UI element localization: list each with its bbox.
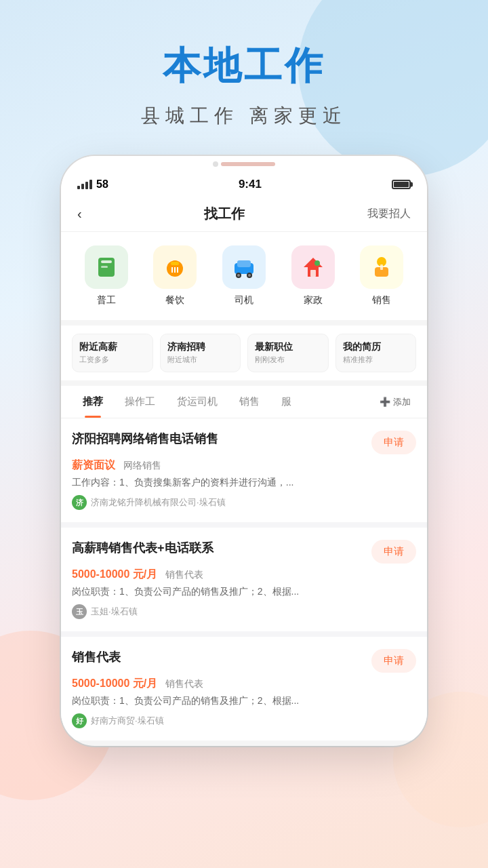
driver-icon — [222, 245, 266, 289]
company-name-2: 玉姐·垛石镇 — [91, 606, 138, 618]
phone-wrapper: 58 9:41 ‹ 找工作 我要招人 — [0, 156, 488, 746]
category-food[interactable]: 餐饮 — [153, 245, 197, 307]
quick-link-latest-title: 最新职位 — [255, 341, 321, 353]
food-icon — [153, 245, 197, 289]
job-title-3: 销售代表 — [72, 649, 363, 665]
quick-link-nearby-sub: 工资多多 — [79, 355, 146, 365]
category-driver[interactable]: 司机 — [222, 245, 266, 307]
recruit-button[interactable]: 我要招人 — [367, 207, 411, 221]
category-section: 普工 餐饮 — [61, 232, 427, 320]
apply-button-2[interactable]: 申请 — [371, 540, 416, 564]
job-card-1-header: 济阳招聘网络销售电话销售 申请 — [72, 431, 416, 454]
signal-bar-1 — [77, 186, 80, 189]
tab-recommend[interactable]: 推荐 — [72, 386, 114, 418]
sales-label: 销售 — [372, 294, 391, 307]
signal-bar-4 — [89, 180, 92, 189]
svg-rect-1 — [101, 260, 112, 263]
company-avatar-2: 玉 — [72, 604, 87, 619]
signal-label: 58 — [96, 178, 108, 191]
quick-link-resume-title: 我的简历 — [343, 341, 409, 353]
sales-icon — [360, 245, 403, 289]
category-general[interactable]: 普工 — [85, 245, 128, 307]
signal-bar-2 — [81, 184, 84, 189]
job-card-3-header: 销售代表 申请 — [72, 649, 416, 673]
tab-bar: 推荐 操作工 货运司机 销售 服 ➕ 添加 — [61, 386, 427, 418]
job-company-3: 好 好南方商贸·垛石镇 — [72, 713, 416, 728]
job-salary-3: 5000-10000 元/月 销售代表 — [72, 677, 416, 691]
battery-fill — [394, 182, 409, 187]
job-card-1: 济阳招聘网络销售电话销售 申请 薪资面议 网络销售 工作内容：1、负责搜集新客户… — [61, 418, 427, 522]
svg-rect-9 — [237, 260, 251, 267]
tab-freight-driver[interactable]: 货运司机 — [166, 386, 228, 418]
job-desc-2: 岗位职责：1、负责公司产品的销售及推广；2、根据... — [72, 585, 416, 599]
quick-link-nearby[interactable]: 附近高薪 工资多多 — [72, 334, 153, 372]
signal-bar-3 — [85, 182, 88, 189]
status-left: 58 — [77, 178, 108, 191]
svg-point-13 — [248, 274, 251, 277]
job-list: 济阳招聘网络销售电话销售 申请 薪资面议 网络销售 工作内容：1、负责搜集新客户… — [61, 418, 427, 741]
job-salary-1: 薪资面议 网络销售 — [72, 458, 416, 473]
job-salary-tag-1: 网络销售 — [121, 460, 161, 471]
tab-sales[interactable]: 销售 — [228, 386, 270, 418]
svg-point-16 — [314, 260, 320, 266]
job-desc-1: 工作内容：1、负责搜集新客户的资料并进行沟通，... — [72, 475, 416, 490]
quick-link-resume-sub: 精准推荐 — [343, 355, 409, 365]
svg-rect-15 — [310, 270, 316, 277]
job-title-1: 济阳招聘网络销售电话销售 — [72, 431, 363, 447]
job-company-2: 玉 玉姐·垛石镇 — [72, 604, 416, 619]
job-title-2: 高薪聘销售代表+电话联系 — [72, 540, 363, 556]
company-name-3: 好南方商贸·垛石镇 — [91, 715, 164, 727]
tab-operator[interactable]: 操作工 — [114, 386, 166, 418]
status-bar: 58 9:41 — [61, 172, 427, 197]
job-salary-tag-3: 销售代表 — [163, 678, 203, 689]
quick-link-jinan-sub: 附近城市 — [167, 355, 234, 365]
notch-dot — [213, 161, 218, 167]
quick-link-latest[interactable]: 最新职位 刚刚发布 — [247, 334, 329, 372]
company-avatar-3: 好 — [72, 713, 87, 728]
quick-link-resume[interactable]: 我的简历 精准推荐 — [336, 334, 417, 372]
battery-icon — [392, 180, 411, 189]
quick-link-latest-sub: 刚刚发布 — [255, 355, 321, 365]
job-card-2-header: 高薪聘销售代表+电话联系 申请 — [72, 540, 416, 564]
driver-label: 司机 — [235, 294, 253, 307]
nav-bar: ‹ 找工作 我要招人 — [61, 197, 427, 232]
svg-rect-2 — [101, 266, 108, 268]
food-label: 餐饮 — [165, 294, 184, 307]
quick-links-section: 附近高薪 工资多多 济南招聘 附近城市 最新职位 刚刚发布 我的简历 精准推荐 — [61, 326, 427, 380]
quick-link-jinan-title: 济南招聘 — [167, 341, 234, 353]
company-name-1: 济南龙铭升降机械有限公司·垛石镇 — [91, 496, 226, 509]
category-sales[interactable]: 销售 — [360, 245, 403, 307]
signal-icon — [77, 180, 92, 189]
notch-pill — [221, 162, 275, 166]
apply-button-1[interactable]: 申请 — [371, 431, 416, 454]
tab-add-button[interactable]: ➕ 添加 — [374, 387, 416, 418]
apply-button-3[interactable]: 申请 — [371, 649, 416, 673]
sub-title: 县城工作 离家更近 — [0, 103, 488, 129]
domestic-icon — [291, 245, 335, 289]
job-salary-tag-2: 销售代表 — [163, 569, 203, 580]
company-avatar-1: 济 — [72, 495, 87, 510]
job-company-1: 济 济南龙铭升降机械有限公司·垛石镇 — [72, 495, 416, 510]
status-time: 9:41 — [239, 178, 262, 191]
quick-link-jinan[interactable]: 济南招聘 附近城市 — [160, 334, 241, 372]
job-card-3: 销售代表 申请 5000-10000 元/月 销售代表 岗位职责：1、负责公司产… — [61, 637, 427, 741]
main-title: 本地工作 — [0, 41, 488, 92]
header-section: 本地工作 县城工作 离家更近 — [0, 0, 488, 142]
tab-more[interactable]: 服 — [270, 386, 302, 418]
svg-point-12 — [237, 274, 240, 277]
job-desc-3: 岗位职责：1、负责公司产品的销售及推广；2、根据... — [72, 694, 416, 708]
general-icon — [85, 245, 128, 289]
phone-notch — [61, 156, 427, 172]
job-card-2: 高薪聘销售代表+电话联系 申请 5000-10000 元/月 销售代表 岗位职责… — [61, 528, 427, 631]
phone-mockup: 58 9:41 ‹ 找工作 我要招人 — [61, 156, 427, 746]
back-button[interactable]: ‹ — [77, 206, 82, 222]
svg-rect-4 — [171, 262, 179, 265]
domestic-label: 家政 — [304, 294, 323, 307]
category-domestic[interactable]: 家政 — [291, 245, 335, 307]
general-label: 普工 — [97, 294, 116, 307]
svg-rect-19 — [380, 264, 383, 270]
job-salary-2: 5000-10000 元/月 销售代表 — [72, 568, 416, 582]
nav-title: 找工作 — [204, 205, 245, 223]
quick-link-nearby-title: 附近高薪 — [79, 341, 146, 353]
